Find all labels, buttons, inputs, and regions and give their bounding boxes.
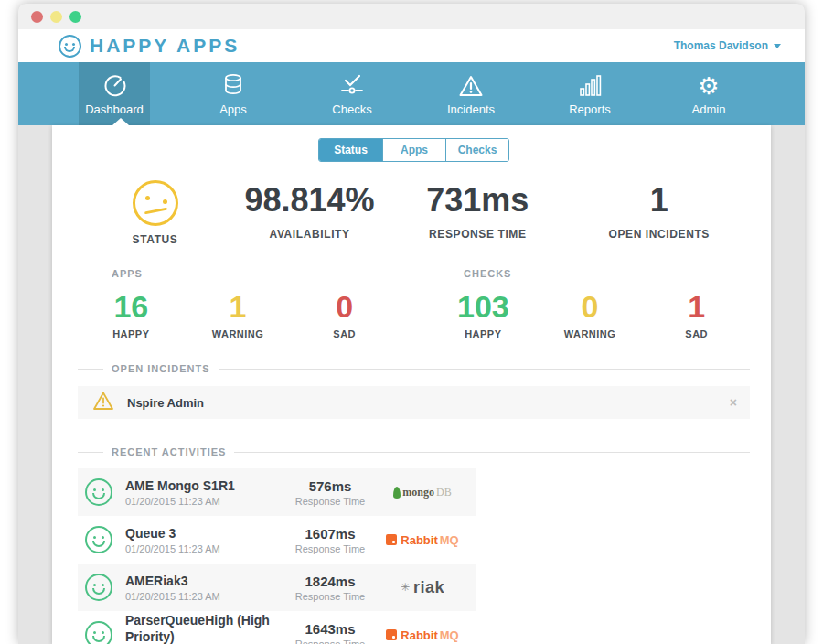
metric-label: RESPONSE TIME — [429, 228, 526, 241]
logo-text: Rabbit — [401, 533, 437, 547]
section-title: RECENT ACTIVITIES — [112, 446, 226, 457]
close-icon[interactable]: × — [730, 396, 737, 409]
riak-star-icon: ✳ — [401, 581, 410, 594]
activity-timestamp: 01/20/2015 11:23 AM — [125, 591, 280, 602]
nav-label: Dashboard — [85, 102, 144, 116]
stat-checks-sad: 1 SAD — [643, 290, 750, 339]
tab-apps[interactable]: Apps — [382, 139, 445, 161]
zoom-button[interactable] — [69, 11, 81, 23]
warning-triangle-icon — [92, 391, 114, 414]
metric-availability: 98.814% AVAILABILITY — [232, 180, 387, 246]
stat-label: WARNING — [564, 328, 616, 339]
response-time-label: Response Time — [280, 591, 380, 602]
happy-face-icon — [85, 621, 112, 644]
nav-item-dashboard[interactable]: Dashboard — [79, 62, 150, 125]
content-area: Status Apps Checks STATUS 98.814% AVAILA… — [18, 125, 805, 644]
nav-item-admin[interactable]: ⚙ Admin — [673, 62, 744, 125]
stat-value: 103 — [457, 290, 509, 323]
response-time-label: Response Time — [280, 543, 380, 554]
activity-name: Queue 3 — [125, 526, 176, 541]
stat-label: SAD — [685, 328, 708, 339]
nav-label: Admin — [692, 102, 726, 116]
riak-logo: ✳ riak — [380, 578, 465, 597]
nav-item-checks[interactable]: Checks — [316, 62, 388, 125]
open-incidents-header: OPEN INCIDENTS — [78, 363, 750, 374]
view-tabs: Status Apps Checks — [78, 138, 750, 162]
response-time-label: Response Time — [280, 496, 380, 507]
section-title: CHECKS — [464, 268, 511, 279]
database-icon — [221, 72, 245, 98]
main-nav: Dashboard Apps Checks Incidents Reports — [18, 62, 805, 125]
activity-row[interactable]: ParserQueueHigh (High Priority) 01/20/20… — [78, 611, 476, 644]
stat-label: WARNING — [212, 328, 264, 339]
stat-apps-sad: 0 SAD — [291, 290, 398, 339]
nav-item-incidents[interactable]: Incidents — [435, 62, 507, 125]
smiley-logo-icon — [59, 35, 81, 58]
nav-item-reports[interactable]: Reports — [554, 62, 625, 125]
response-time-value: 576ms — [280, 478, 380, 494]
logo-suffix: MQ — [440, 533, 459, 547]
stat-apps-happy: 16 HAPPY — [78, 290, 185, 339]
activity-name: ParserQueueHigh (High Priority) — [125, 613, 270, 644]
tab-status[interactable]: Status — [319, 139, 382, 161]
neutral-face-icon — [133, 180, 178, 226]
activity-row[interactable]: AMERiak3 01/20/2015 11:23 AM 1824ms Resp… — [78, 564, 476, 611]
happy-face-icon — [85, 574, 112, 601]
rabbitmq-icon — [386, 629, 397, 640]
metric-value: 98.814% — [245, 180, 375, 220]
activity-row[interactable]: Queue 3 01/20/2015 11:23 AM 1607ms Respo… — [78, 516, 476, 564]
stat-value: 0 — [582, 290, 599, 323]
titlebar — [18, 4, 805, 29]
activity-row[interactable]: AME Mongo S1R1 01/20/2015 11:23 AM 576ms… — [78, 468, 476, 516]
stat-checks-happy: 103 HAPPY — [430, 290, 537, 339]
logo-text: mongo — [402, 486, 434, 499]
caret-down-icon — [774, 44, 781, 48]
nav-label: Checks — [332, 102, 371, 116]
metric-open-incidents: 1 OPEN INCIDENTS — [569, 180, 750, 246]
nav-item-apps[interactable]: Apps — [198, 62, 269, 125]
happy-face-icon — [85, 526, 112, 553]
response-time-value: 1607ms — [280, 526, 380, 542]
user-name: Thomas Davidson — [674, 39, 768, 52]
stat-apps-warning: 1 WARNING — [185, 290, 292, 339]
stat-value: 16 — [113, 290, 148, 323]
section-title: APPS — [112, 268, 143, 279]
nav-label: Incidents — [447, 102, 495, 116]
response-time-value: 1824ms — [280, 574, 380, 589]
activity-name: AME Mongo S1R1 — [125, 478, 235, 493]
logo-text: Rabbit — [401, 628, 437, 642]
logo-suffix: DB — [436, 486, 452, 499]
metric-status: STATUS — [78, 180, 232, 246]
section-title: OPEN INCIDENTS — [112, 363, 210, 374]
happy-face-icon — [85, 478, 112, 506]
stat-label: HAPPY — [465, 328, 501, 339]
brand-bar: HAPPY APPS Thomas Davidson — [18, 29, 805, 62]
gear-icon: ⚙ — [698, 72, 719, 98]
response-time-label: Response Time — [280, 639, 380, 644]
logo-text: riak — [413, 578, 444, 597]
minimize-button[interactable] — [50, 11, 62, 23]
close-button[interactable] — [31, 11, 43, 23]
gauge-icon — [102, 72, 127, 98]
dashboard-card: Status Apps Checks STATUS 98.814% AVAILA… — [52, 125, 771, 644]
rabbitmq-logo: Rabbit MQ — [380, 533, 465, 547]
card-arrow — [112, 118, 129, 125]
recent-activities-header: RECENT ACTIVITIES — [78, 446, 750, 457]
tab-checks[interactable]: Checks — [445, 139, 508, 161]
nav-label: Reports — [569, 102, 611, 116]
stat-label: HAPPY — [112, 328, 149, 339]
brand-logo: HAPPY APPS — [59, 35, 240, 58]
activity-name: AMERiak3 — [125, 574, 187, 588]
rabbitmq-icon — [386, 534, 397, 545]
activity-list: AME Mongo S1R1 01/20/2015 11:23 AM 576ms… — [78, 468, 750, 644]
checks-section: CHECKS 103 HAPPY 0 WARNING 1 SAD — [430, 268, 750, 339]
metric-response-time: 731ms RESPONSE TIME — [387, 180, 568, 246]
mongodb-logo: mongo DB — [380, 486, 465, 499]
app-window: HAPPY APPS Thomas Davidson Dashboard App… — [18, 4, 805, 644]
stat-value: 0 — [336, 290, 353, 323]
incident-row[interactable]: Nspire Admin × — [78, 386, 750, 419]
user-menu[interactable]: Thomas Davidson — [674, 39, 781, 52]
brand-name: HAPPY APPS — [90, 35, 240, 57]
incident-name: Nspire Admin — [127, 396, 730, 410]
apps-checks-sections: APPS 16 HAPPY 1 WARNING 0 SAD — [78, 268, 750, 339]
